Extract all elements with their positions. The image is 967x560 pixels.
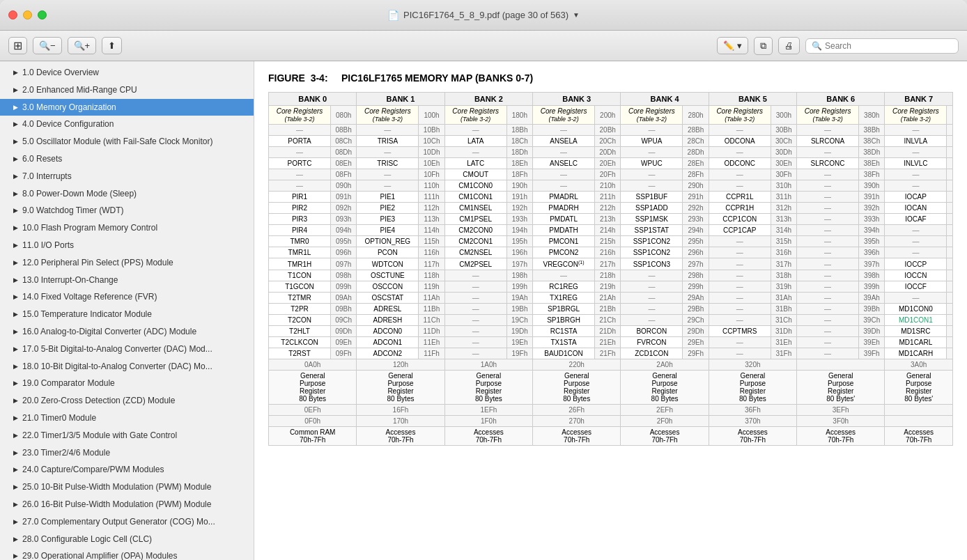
zoom-out-button[interactable]: 🔍−: [33, 37, 62, 54]
sidebar-item-s12[interactable]: ▶ 12.0 Peripheral Pin Select (PPS) Modul…: [0, 254, 254, 272]
bank0-header: BANK 0: [269, 93, 357, 106]
sidebar-item-s6[interactable]: ▶ 6.0 Resets: [0, 150, 254, 168]
arrow-icon: ▶: [11, 466, 20, 474]
sidebar-item-s18[interactable]: ▶ 18.0 10-Bit Digital-to-Analog Converte…: [0, 358, 254, 375]
sidebar-item-s21[interactable]: ▶ 21.0 Timer0 Module: [0, 410, 254, 427]
table-row: — 08Bh — 10Bh — 18Bh — 20Bh — 28Bh — 30B…: [269, 125, 953, 136]
sidebar-item-s28[interactable]: ▶ 28.0 Configurable Logic Cell (CLC): [0, 531, 254, 548]
sidebar: ▶ 1.0 Device Overview ▶ 2.0 Enhanced Mid…: [0, 61, 254, 560]
close-button[interactable]: [8, 10, 17, 20]
sidebar-item-s4[interactable]: ▶ 4.0 Device Configuration: [0, 116, 254, 133]
sidebar-item-s15[interactable]: ▶ 15.0 Temperature Indicator Module: [0, 306, 254, 323]
arrow-icon: ▶: [11, 103, 20, 111]
arrow-icon: ▶: [11, 397, 20, 405]
table-row: PORTA 08Ch TRISA 10Ch LATA 18Ch ANSELA 2…: [269, 136, 953, 147]
search-input[interactable]: [825, 41, 952, 51]
sidebar-item-s23[interactable]: ▶ 23.0 Timer2/4/6 Module: [0, 444, 254, 462]
arrow-icon: ▶: [11, 535, 20, 543]
minimize-button[interactable]: [23, 10, 32, 20]
table-row: T2CON 09Ch ADRESH 11Ch — 19Ch SP1BRGH 21…: [269, 315, 953, 326]
bank4-header: BANK 4: [621, 93, 709, 106]
table-row: T1CON 098h OSCTUNE 118h — 198h — 218h — …: [269, 270, 953, 281]
copy-button[interactable]: ⧉: [754, 37, 773, 55]
table-row: — 08Fh — 10Fh CMOUT 18Fh — 20Fh — 28Fh —…: [269, 169, 953, 180]
table-row: TMR1H 097h WDTCON 117h CM2PSEL 197h VREG…: [269, 258, 953, 270]
arrow-icon: ▶: [11, 327, 20, 336]
arrow-icon: ▶: [11, 431, 20, 440]
arrow-icon: ▶: [11, 120, 20, 129]
table-row: T2TMR 09Ah OSCSTAT 11Ah — 19Ah TX1REG 21…: [269, 293, 953, 304]
arrow-icon: ▶: [11, 189, 20, 198]
print-button[interactable]: 🖨: [778, 37, 800, 54]
table-row: T2CLKCON 09Eh ADCON1 11Eh — 19Eh TX1STA …: [269, 337, 953, 348]
memory-map-table: BANK 0 BANK 1 BANK 2 BANK 3 BANK 4 BANK …: [268, 92, 953, 446]
arrow-icon: ▶: [11, 68, 20, 77]
chevron-down-icon: ▼: [573, 11, 580, 19]
main-content: ▶ 1.0 Device Overview ▶ 2.0 Enhanced Mid…: [0, 61, 967, 560]
sidebar-item-s29[interactable]: ▶ 29.0 Operational Amplifier (OPA) Modul…: [0, 547, 254, 560]
sidebar-item-s27[interactable]: ▶ 27.0 Complementary Output Generator (C…: [0, 513, 254, 531]
bank3-header: BANK 3: [533, 93, 621, 106]
table-row: T2PR 09Bh ADRESL 11Bh — 19Bh SP1BRGL 21B…: [269, 304, 953, 315]
arrow-icon: ▶: [11, 86, 20, 94]
sidebar-item-s13[interactable]: ▶ 13.0 Interrupt-On-Change: [0, 272, 254, 289]
bank6-header: BANK 6: [797, 93, 885, 106]
arrow-icon: ▶: [11, 241, 20, 249]
sidebar-item-s1[interactable]: ▶ 1.0 Device Overview: [0, 64, 254, 81]
table-row: PIR1 091h PIE1 111h CM1CON1 191h PMADRL …: [269, 192, 953, 203]
bank7-header: BANK 7: [885, 93, 953, 106]
arrow-icon: ▶: [11, 311, 20, 319]
table-row: — 08Dh — 10Dh — 18Dh — 20Dh — 28Dh — 30D…: [269, 147, 953, 158]
sidebar-item-s25[interactable]: ▶ 25.0 10-Bit Pulse-Width Modulation (PW…: [0, 479, 254, 496]
sidebar-item-s20[interactable]: ▶ 20.0 Zero-Cross Detection (ZCD) Module: [0, 392, 254, 410]
sidebar-item-s19[interactable]: ▶ 19.0 Comparator Module: [0, 375, 254, 392]
sidebar-item-s26[interactable]: ▶ 26.0 16-Bit Pulse-Width Modulation (PW…: [0, 496, 254, 513]
sidebar-item-s22[interactable]: ▶ 22.0 Timer1/3/5 Module with Gate Contr…: [0, 427, 254, 444]
bank1-header: BANK 1: [357, 93, 444, 106]
arrow-icon: ▶: [11, 518, 20, 526]
arrow-icon: ▶: [11, 224, 20, 233]
pdf-icon: 📄: [387, 10, 399, 21]
sidebar-item-s7[interactable]: ▶ 7.0 Interrupts: [0, 168, 254, 185]
table-row: — 090h — 110h CM1CON0 190h — 210h — 290h…: [269, 180, 953, 192]
zoom-out-icon: 🔍−: [39, 40, 56, 51]
sidebar-item-s9[interactable]: ▶ 9.0 Watchdog Timer (WDT): [0, 202, 254, 219]
table-row: T1GCON 099h OSCCON 119h — 199h RC1REG 21…: [269, 281, 953, 293]
figure-title: FIGURE 3-4: PIC16LF1765 MEMORY MAP (BANK…: [268, 72, 953, 84]
share-icon: ⬆: [108, 40, 116, 51]
arrow-icon: ▶: [11, 500, 20, 508]
sidebar-item-s2[interactable]: ▶ 2.0 Enhanced Mid-Range CPU: [0, 81, 254, 99]
sidebar-item-s5[interactable]: ▶ 5.0 Oscillator Module (with Fail-Safe …: [0, 133, 254, 150]
search-icon: 🔍: [812, 41, 822, 51]
memory-table-body: Core Registers(Table 3-2) 080h Core Regi…: [269, 106, 953, 446]
table-row: PIR4 094h PIE4 114h CM2CON0 194h PMDATH …: [269, 225, 953, 236]
pdf-page: FIGURE 3-4: PIC16LF1765 MEMORY MAP (BANK…: [254, 61, 967, 457]
share-button[interactable]: ⬆: [102, 37, 122, 54]
arrow-icon: ▶: [11, 293, 20, 302]
arrow-icon: ▶: [11, 380, 20, 388]
sidebar-item-s17[interactable]: ▶ 17.0 5-Bit Digital-to-Analog Converter…: [0, 341, 254, 358]
table-row: Core Registers(Table 3-2) 080h Core Regi…: [269, 106, 953, 125]
toolbar: ⊞ 🔍− 🔍+ ⬆ ✏️ ▾ ⧉ 🖨 🔍: [0, 31, 967, 61]
arrow-icon: ▶: [11, 552, 20, 560]
sidebar-item-s8[interactable]: ▶ 8.0 Power-Down Mode (Sleep): [0, 185, 254, 203]
sidebar-item-s11[interactable]: ▶ 11.0 I/O Ports: [0, 237, 254, 254]
sidebar-item-s16[interactable]: ▶ 16.0 Analog-to-Digital Converter (ADC)…: [0, 323, 254, 341]
arrow-icon: ▶: [11, 362, 20, 371]
table-row: TMR0 095h OPTION_REG 115h CM2CON1 195h P…: [269, 236, 953, 247]
annotate-button[interactable]: ✏️ ▾: [717, 37, 748, 54]
sidebar-item-s3[interactable]: ▶ 3.0 Memory Organization: [0, 99, 254, 116]
maximize-button[interactable]: [38, 10, 47, 20]
sidebar-toggle-button[interactable]: ⊞: [8, 37, 27, 54]
zoom-in-button[interactable]: 🔍+: [68, 37, 97, 54]
titlebar: 📄 PIC16F1764_5_8_9.pdf (page 30 of 563) …: [0, 0, 967, 31]
table-row: PORTC 08Eh TRISC 10Eh LATC 18Eh ANSELC 2…: [269, 158, 953, 169]
sidebar-item-s14[interactable]: ▶ 14.0 Fixed Voltage Reference (FVR): [0, 288, 254, 306]
table-row: 0A0h 120h 1A0h 220h 2A0h 320h 3A0h: [269, 359, 953, 371]
sidebar-item-s24[interactable]: ▶ 24.0 Capture/Compare/PWM Modules: [0, 461, 254, 479]
table-row: T2HLT 09Dh ADCON0 11Dh — 19Dh RC1STA 21D…: [269, 326, 953, 337]
pdf-content[interactable]: FIGURE 3-4: PIC16LF1765 MEMORY MAP (BANK…: [254, 61, 967, 560]
table-row: 0F0h 170h 1F0h 270h 2F0h 370h 3F0h: [269, 416, 953, 427]
sidebar-item-s10[interactable]: ▶ 10.0 Flash Program Memory Control: [0, 219, 254, 237]
bank2-header: BANK 2: [444, 93, 532, 106]
